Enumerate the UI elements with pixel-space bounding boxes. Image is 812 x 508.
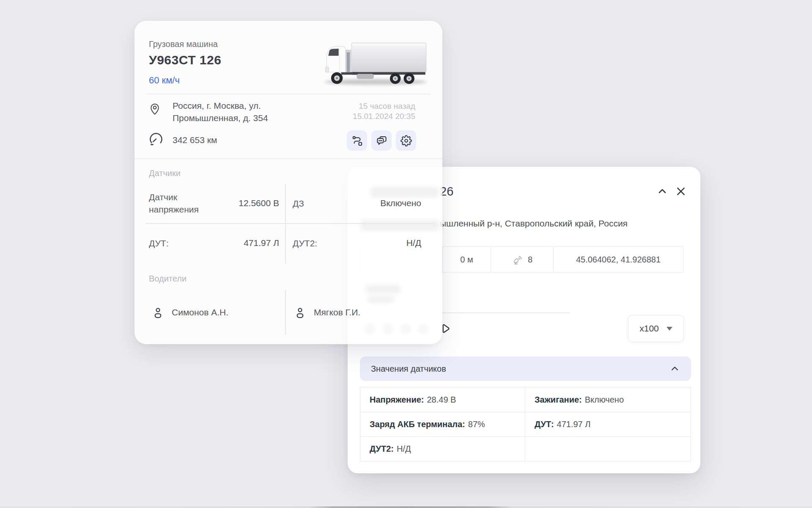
screen: 26 ышленный р-н, Ставропольский край, Ро… [0, 0, 812, 508]
divider [285, 290, 286, 335]
driver-name: Симонов А.Н. [172, 307, 228, 318]
satellites-count: 8 [528, 255, 532, 265]
close-icon [675, 186, 686, 197]
sensor-label: ДУТ2: [293, 237, 317, 249]
table-cell: ДУТ2:Н/Д [360, 436, 525, 461]
last-update-time: 15 часов назад 15.01.2024 20:35 [353, 101, 415, 121]
chevron-up-icon[interactable] [669, 364, 680, 373]
sensor-item: Датчик напряжения 12.5600 В [149, 183, 279, 223]
sensor-value: Включено [380, 198, 421, 208]
table-cell [525, 436, 691, 461]
driver-name: Мягков Г.И. [314, 307, 360, 318]
sensor-label: ДУТ: [149, 237, 168, 249]
sensor-values-table: Напряжение:28.49 В Зажигание:Включено За… [360, 387, 691, 461]
route-icon [351, 135, 363, 146]
drivers-section-title: Водители [149, 274, 187, 284]
location-pin-icon [149, 102, 161, 116]
driver-item: Симонов А.Н. [151, 290, 228, 335]
vehicle-speed: 60 км/ч [149, 75, 180, 86]
route-button[interactable] [347, 130, 367, 151]
satellite-icon [512, 254, 523, 265]
altitude-value: 0 м [460, 255, 473, 265]
odometer-icon [148, 131, 164, 147]
sensor-item: ДУТ2: Н/Д [293, 224, 421, 262]
sensor-value: 471.97 Л [244, 238, 279, 248]
chevron-down-icon [667, 327, 672, 331]
playback-speed-value: x100 [639, 323, 659, 334]
altitude-cell: 0 м [442, 247, 491, 272]
vehicle-plate: У963СТ 126 [149, 53, 221, 67]
divider [285, 184, 286, 264]
sensor-item: ДУТ: 471.97 Л [149, 224, 279, 262]
sensor-item: ДЗ Включено [293, 183, 421, 223]
sensor-value: 12.5600 В [239, 198, 279, 208]
table-cell: ДУТ:471.97 Л [525, 412, 691, 436]
vehicle-type-label: Грузовая машина [149, 39, 218, 49]
sensor-label: Датчик напряжения [149, 191, 212, 215]
table-cell: Напряжение:28.49 В [360, 387, 525, 412]
modal-address: ышленный р-н, Ставропольский край, Росси… [440, 218, 628, 229]
coordinates-value: 45.064062, 41.926881 [576, 255, 661, 265]
close-button[interactable] [674, 185, 688, 198]
settings-icon [401, 135, 412, 146]
settings-button[interactable] [396, 130, 416, 151]
satellites-cell: 8 [491, 247, 553, 272]
sensors-section-title: Датчики [149, 168, 181, 178]
divider [146, 94, 431, 94]
sensor-value: Н/Д [406, 238, 421, 248]
chat-button[interactable] [371, 130, 392, 151]
table-cell: Заряд АКБ терминала:87% [360, 412, 525, 436]
vehicle-address: Россия, г. Москва, ул. Промышленная, д. … [173, 99, 268, 124]
truck-image [320, 39, 431, 88]
person-icon [151, 306, 165, 319]
coordinates-cell: 45.064062, 41.926881 [553, 247, 683, 272]
window-edge-artifact [0, 506, 812, 508]
vehicle-summary-card: Грузовая машина У963СТ 126 60 км/ч [134, 21, 442, 344]
chevron-up-icon [656, 186, 668, 196]
sensor-values-header[interactable]: Значения датчиков [360, 356, 691, 381]
sensor-values-title: Значения датчиков [371, 364, 446, 374]
divider [134, 158, 442, 159]
odometer-value: 342 653 км [173, 135, 217, 145]
person-icon [294, 306, 307, 319]
driver-item: Мягков Г.И. [294, 290, 360, 335]
chat-icon [376, 135, 387, 146]
playback-speed-dropdown[interactable]: x100 [628, 315, 684, 342]
table-cell: Зажигание:Включено [525, 387, 691, 412]
sensor-label: ДЗ [293, 197, 304, 210]
collapse-button[interactable] [656, 185, 669, 198]
